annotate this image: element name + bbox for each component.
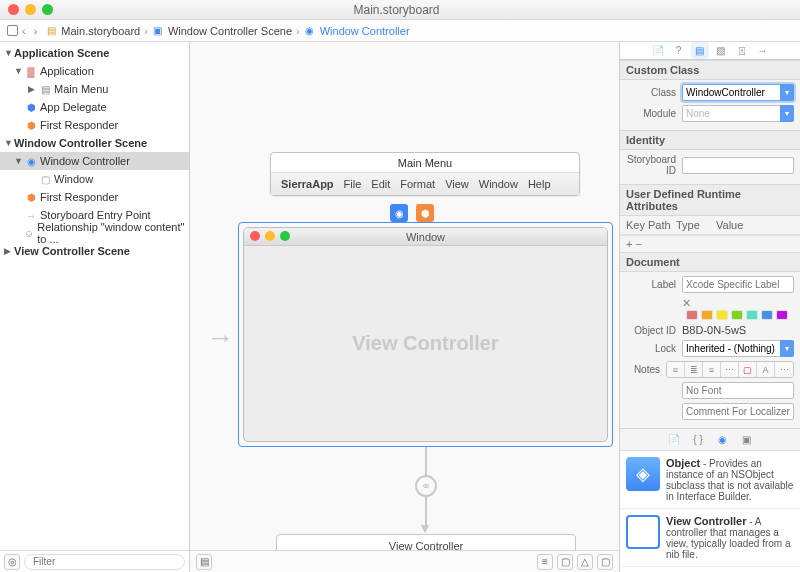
size-inspector-tab[interactable]: ⍐ — [733, 42, 751, 59]
storyboard-id-field[interactable] — [682, 157, 794, 174]
menu-item-window[interactable]: Window — [479, 178, 518, 190]
library-list[interactable]: ◈Object - Provides an instance of an NSO… — [620, 451, 800, 572]
menu-item-app[interactable]: SierraApp — [281, 178, 334, 190]
traffic-lights — [0, 4, 53, 15]
app-icon: ▓ — [24, 65, 38, 77]
cube-icon: ⬢ — [24, 191, 38, 203]
outline-window-controller[interactable]: ▼◉Window Controller — [0, 152, 189, 170]
resolve-issues-button[interactable]: △ — [577, 554, 593, 570]
jump-bar[interactable]: ‹ › ▤ Main.storyboard › ▣ Window Control… — [0, 20, 800, 42]
segue-icon[interactable]: ⚭ — [415, 475, 437, 497]
color-swatch[interactable] — [716, 310, 728, 320]
menu-title: Main Menu — [271, 153, 579, 173]
entry-point-icon: → — [24, 209, 38, 221]
zoom-window-button[interactable] — [42, 4, 53, 15]
custom-class-header: Custom Class — [620, 60, 800, 80]
label-none-icon[interactable]: ✕ — [682, 297, 691, 309]
minimize-window-button[interactable] — [25, 4, 36, 15]
window-title: Main.storyboard — [53, 3, 740, 17]
color-swatch[interactable] — [776, 310, 788, 320]
identity-header: Identity — [620, 130, 800, 150]
attributes-inspector-tab[interactable]: ▨ — [712, 42, 730, 59]
library-item-icon: ◈ — [626, 457, 660, 491]
code-snippet-library-tab[interactable]: { } — [690, 432, 706, 448]
canvas-window-title: Window — [244, 228, 607, 246]
color-swatch[interactable] — [746, 310, 758, 320]
entry-point-arrow-icon[interactable]: → — [206, 322, 234, 354]
menu-item-file[interactable]: File — [344, 178, 362, 190]
library-item[interactable]: Storyboard Reference - Provides a placeh… — [620, 567, 800, 572]
doc-label-label: Label — [626, 279, 682, 290]
outline-first-responder-2[interactable]: ⬢First Responder — [0, 188, 189, 206]
outline-filter-input[interactable] — [24, 554, 185, 570]
notes-format-segment[interactable]: ≡≣≡⋯▢A⋯ — [666, 361, 794, 378]
outline-relationship[interactable]: ⎉Relationship "window content" to ... — [0, 224, 189, 242]
outline-toggle-button[interactable]: ▤ — [196, 554, 212, 570]
back-button[interactable]: ‹ — [22, 25, 26, 37]
cube-icon: ⬢ — [24, 119, 38, 131]
lock-field[interactable] — [682, 340, 794, 357]
udra-add-button[interactable]: + — [626, 238, 632, 250]
outline-application[interactable]: ▼▓Application — [0, 62, 189, 80]
outline-first-responder[interactable]: ⬢First Responder — [0, 116, 189, 134]
align-button[interactable]: ≡ — [537, 554, 553, 570]
doc-label-field[interactable] — [682, 276, 794, 293]
interface-builder-canvas[interactable]: Main Menu SierraApp File Edit Format Vie… — [190, 42, 620, 572]
menu-item-view[interactable]: View — [445, 178, 469, 190]
module-field[interactable] — [682, 105, 794, 122]
color-swatch[interactable] — [686, 310, 698, 320]
embed-button[interactable]: ▢ — [597, 554, 613, 570]
document-header: Document — [620, 252, 800, 272]
outline-tree[interactable]: ▼Application Scene ▼▓Application ▶▤Main … — [0, 42, 189, 550]
outline-filter-scope-button[interactable]: ◎ — [4, 554, 20, 570]
menu-icon: ▤ — [38, 83, 52, 95]
breadcrumb-item[interactable]: Window Controller — [320, 25, 410, 37]
file-template-library-tab[interactable]: 📄 — [666, 432, 682, 448]
file-inspector-tab[interactable]: 📄 — [649, 42, 667, 59]
related-items-icon[interactable] — [6, 25, 18, 37]
udra-remove-button[interactable]: − — [636, 238, 642, 250]
menu-item-format[interactable]: Format — [400, 178, 435, 190]
breadcrumb-scene[interactable]: Window Controller Scene — [168, 25, 292, 37]
first-responder-dock-icon[interactable]: ⬢ — [416, 204, 434, 222]
canvas-footer: ▤ ≡ ▢ △ ▢ — [190, 550, 619, 572]
window-controller-dock-icon[interactable]: ◉ — [390, 204, 408, 222]
library-item[interactable]: ◈Object - Provides an instance of an NSO… — [620, 451, 800, 509]
menu-item-help[interactable]: Help — [528, 178, 551, 190]
close-window-button[interactable] — [8, 4, 19, 15]
object-library-tab[interactable]: ◉ — [714, 432, 730, 448]
class-field[interactable] — [682, 84, 794, 101]
breadcrumb-file[interactable]: Main.storyboard — [61, 25, 140, 37]
window-selection-frame[interactable]: Window View Controller — [238, 222, 613, 447]
library-item-icon — [626, 515, 660, 549]
menu-item-edit[interactable]: Edit — [371, 178, 390, 190]
canvas-window[interactable]: Window View Controller — [243, 227, 608, 442]
outline-app-delegate[interactable]: ⬢App Delegate — [0, 98, 189, 116]
label-color-swatches[interactable] — [686, 310, 794, 320]
scene-application[interactable]: ▼Application Scene — [0, 44, 189, 62]
forward-button[interactable]: › — [34, 25, 38, 37]
inspector-tabs[interactable]: 📄 ? ▤ ▨ ⍐ → — [620, 42, 800, 60]
scene-dock[interactable]: ◉ ⬢ — [390, 204, 434, 222]
notes-font-field[interactable] — [682, 382, 794, 399]
color-swatch[interactable] — [731, 310, 743, 320]
outline-window[interactable]: ▢Window — [0, 170, 189, 188]
media-library-tab[interactable]: ▣ — [738, 432, 754, 448]
library-item[interactable]: View Controller - A controller that mana… — [620, 509, 800, 567]
notes-label: Notes — [626, 364, 666, 375]
identity-inspector-tab[interactable]: ▤ — [691, 42, 709, 59]
object-library: 📄 { } ◉ ▣ ◈Object - Provides an instance… — [620, 428, 800, 572]
pin-button[interactable]: ▢ — [557, 554, 573, 570]
library-tabs[interactable]: 📄 { } ◉ ▣ — [620, 429, 800, 451]
help-inspector-tab[interactable]: ? — [670, 42, 688, 59]
content-placeholder: View Controller — [352, 332, 498, 355]
outline-main-menu[interactable]: ▶▤Main Menu — [0, 80, 189, 98]
connections-inspector-tab[interactable]: → — [754, 42, 772, 59]
canvas-main-menu[interactable]: Main Menu SierraApp File Edit Format Vie… — [270, 152, 580, 196]
outline-filter-bar: ◎ — [0, 550, 189, 572]
notes-comment-field[interactable] — [682, 403, 794, 420]
color-swatch[interactable] — [701, 310, 713, 320]
scene-window-controller[interactable]: ▼Window Controller Scene — [0, 134, 189, 152]
menu-bar[interactable]: SierraApp File Edit Format View Window H… — [271, 173, 579, 195]
color-swatch[interactable] — [761, 310, 773, 320]
